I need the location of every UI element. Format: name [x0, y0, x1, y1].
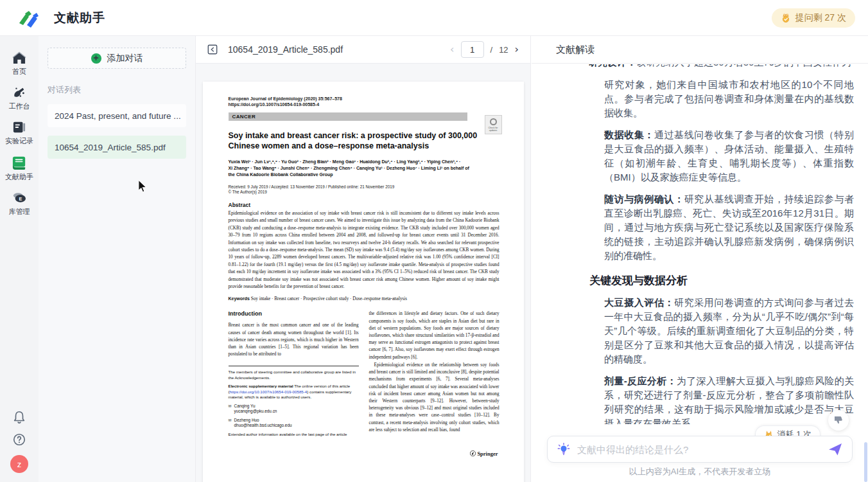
section-tag: CANCER [229, 114, 256, 120]
introduction-text: Breast cancer is the most common cancer … [229, 322, 359, 358]
quota-badge[interactable]: 提问剩 27 次 [772, 8, 855, 28]
pdf-toolbar: 10654_2019_Article_585.pdf ‹ / 12 › [196, 36, 530, 64]
pdf-canvas-area[interactable]: European Journal of Epidemiology (2020) … [196, 64, 530, 482]
sidebar-item-label: 库管理 [9, 207, 30, 217]
sidebar-item-experiments[interactable]: 实验记录 [5, 121, 33, 146]
corresponding-author-2: ✉ Dezheng Huo dhuo@health.bsd.uchicago.e… [229, 418, 359, 429]
ai-disclaimer: 以上内容为AI生成，不代表开发者立场 [532, 466, 868, 478]
analysis-header: 文献解读 [532, 36, 868, 64]
conversation-item[interactable]: 2024 Past, present, and future ... [48, 104, 186, 127]
mail-icon: ✉ [229, 418, 232, 429]
add-conversation-label: 添加对话 [107, 53, 143, 64]
right-col-paragraph-1: the differences in lifestyle and dietary… [369, 310, 499, 361]
scrollbar-thumb[interactable] [864, 442, 867, 482]
mail-icon: ✉ [229, 404, 232, 415]
sidebar-item-label: 工作台 [9, 102, 30, 111]
avatar-letter: z [17, 460, 22, 469]
home-icon [12, 51, 26, 64]
top-header: 文献助手 提问剩 27 次 [0, 0, 868, 36]
page-navigation: ‹ / 12 › [450, 41, 519, 58]
sidebar-item-home[interactable]: 首页 [12, 51, 26, 76]
sidebar-item-label: 实验记录 [5, 136, 33, 146]
analysis-content[interactable]: 研究设计：该研究纳入了超过30万名30至79岁的中国女性作为 研究对象，她们来自… [532, 64, 859, 424]
page-title: 文献助手 [54, 10, 105, 26]
right-column: the differences in lifestyle and dietary… [369, 310, 499, 456]
authors-line-3: the China Kadoorie Biobank Collaborative… [229, 172, 499, 178]
sidebar-item-literature-assistant[interactable]: 文献助手 [5, 156, 33, 182]
send-icon[interactable] [828, 442, 843, 457]
check-for-updates-badge: Check for updates [485, 115, 502, 134]
next-page-button[interactable]: › [515, 44, 519, 55]
sidebar-item-label: 首页 [12, 67, 26, 76]
notebook-icon [12, 121, 26, 134]
plus-icon: + [91, 53, 101, 64]
contact-name: Dezheng Huo [234, 418, 259, 422]
sidebar-item-label: 文献助手 [5, 172, 33, 182]
right-col-paragraph-2: Epidemiological evidence on the relation… [369, 362, 499, 434]
chat-input[interactable] [577, 444, 821, 455]
two-column-body: Introduction Breast cancer is the most c… [229, 310, 499, 456]
conversation-list-label: 对话列表 [48, 84, 186, 96]
footnote-rule [229, 366, 359, 366]
received-dates: Received: 9 July 2019 / Accepted: 13 Nov… [229, 184, 499, 195]
database-icon: E [12, 192, 27, 204]
left-column: Introduction Breast cancer is the most c… [229, 310, 359, 456]
app-window: 文献助手 提问剩 27 次 首页 [0, 0, 868, 482]
updates-caption: Check for updates [485, 127, 501, 132]
add-conversation-button[interactable]: + 添加对话 [48, 48, 186, 69]
sidebar-item-library[interactable]: E 库管理 [9, 192, 30, 217]
app-logo-icon [17, 8, 40, 28]
analysis-paragraph-1: 研究对象，她们来自中国城市和农村地区的10个不同地点。参与者完成了包括问卷调查和… [604, 78, 854, 120]
svg-text:E: E [19, 196, 22, 202]
page-number-input[interactable] [461, 41, 484, 58]
paragraph-label: 剂量-反应分析： [604, 375, 677, 386]
clipped-line: 研究设计：该研究纳入了超过30万名30至79岁的中国女性作为 [588, 64, 854, 70]
corresponding-author-1: ✉ Canqing Yu yucanqing@pku.edu.cn [229, 404, 359, 415]
keywords-line: Keywords Soy intake · Breast cancer · Pr… [229, 296, 499, 301]
page-total: 12 [499, 45, 508, 55]
abstract-text: Epidemiological evidence on the associat… [229, 210, 499, 290]
user-avatar[interactable]: z [10, 455, 28, 473]
medal-icon [781, 13, 791, 23]
sidebar-bottom: z [0, 410, 39, 473]
footnote-esm: Electronic supplementary material The on… [229, 384, 359, 400]
received-line: Received: 9 July 2019 / Accepted: 13 Nov… [229, 184, 499, 190]
quota-badge-label: 提问剩 27 次 [795, 12, 846, 24]
help-icon[interactable] [12, 433, 26, 447]
mouse-cursor [137, 180, 149, 193]
thumbs-down-icon [833, 415, 844, 425]
updates-ring-icon [490, 118, 497, 125]
esm-label: Electronic supplementary material [229, 384, 293, 388]
paragraph-label: 大豆摄入评估： [604, 297, 674, 308]
analysis-panel-title: 文献解读 [556, 44, 595, 56]
journal-line: European Journal of Epidemiology (2020) … [229, 96, 499, 102]
paragraph-label: 随访与病例确认： [604, 193, 684, 204]
chat-input-box [547, 436, 853, 463]
prev-page-button[interactable]: ‹ [450, 44, 454, 55]
authors-line-2: Xi Zhang⁵ · Tao Wang⁵ · Junshi Chen⁶ · Z… [229, 165, 499, 172]
authors-line-1: Yuxia Wei¹ · Jun Lv¹,⁸,⁹ · Yu Guo² · Zhe… [229, 159, 499, 165]
pdf-viewer-panel: 10654_2019_Article_585.pdf ‹ / 12 › Euro… [196, 36, 531, 482]
analysis-paragraph-3: 随访与病例确认：研究从基线调查开始，持续追踪参与者直至诊断出乳腺癌、死亡、失访或… [604, 192, 854, 263]
footnote-members: The members of steering committee and co… [229, 370, 359, 380]
analysis-panel: 文献解读 研究设计：该研究纳入了超过30万名30至79岁的中国女性作为 研究对象… [532, 36, 868, 482]
collapse-panel-icon[interactable] [207, 44, 218, 55]
analysis-paragraph-2: 数据收集：通过基线问卷收集了参与者的饮食习惯（特别是大豆食品的摄入频率）、身体活… [604, 128, 854, 184]
doi-link[interactable]: https://doi.org/10.1007/s10654-019-00585… [230, 389, 308, 394]
keywords-label: Keywords [229, 296, 250, 301]
contact-email: dhuo@health.bsd.uchicago.edu [234, 423, 292, 427]
green-book-icon [12, 156, 27, 170]
abstract-heading: Abstract [229, 202, 499, 208]
workbench-icon [12, 86, 26, 99]
copyright-line: © The Author(s) 2019 [229, 190, 499, 195]
paper-authors: Yuxia Wei¹ · Jun Lv¹,⁸,⁹ · Yu Guo² · Zhe… [229, 159, 499, 178]
notifications-bell-icon[interactable] [12, 410, 26, 424]
paper-title: Soy intake and breast cancer risk: a pro… [229, 130, 505, 151]
page-separator: / [490, 45, 493, 55]
feedback-thumbs-down-button[interactable] [828, 410, 849, 431]
paragraph-label: 数据收集： [604, 129, 654, 140]
conversation-item-active[interactable]: 10654_2019_Article_585.pdf [48, 136, 186, 159]
springer-logo: Springer [369, 451, 499, 457]
sidebar-item-workbench[interactable]: 工作台 [9, 86, 30, 111]
introduction-heading: Introduction [229, 310, 359, 317]
